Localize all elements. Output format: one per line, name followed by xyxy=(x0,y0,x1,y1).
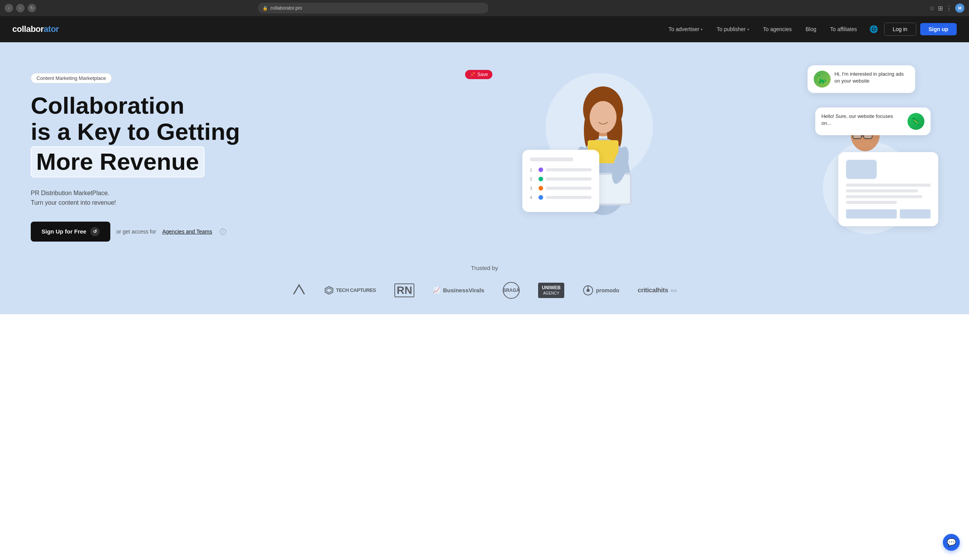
chevron-down-icon: ▾ xyxy=(701,27,703,32)
trusted-logos: TECH CAPTURES RN 📈 BusinessVirals BRAGÁ … xyxy=(31,282,938,299)
heading-box: More Revenue xyxy=(31,146,205,177)
list-dot-2 xyxy=(538,177,543,181)
star-button[interactable]: ☆ xyxy=(929,5,935,12)
hero-right: 🦕 Hi, I'm interested in placing ads on y… xyxy=(530,65,938,242)
list-dot-4 xyxy=(538,195,543,200)
svg-marker-24 xyxy=(327,288,331,292)
login-button[interactable]: Log in xyxy=(884,23,916,36)
list-card: 1 2 3 4 xyxy=(522,150,599,212)
hero-content: Content Marketing Marketplace 📌 Save Col… xyxy=(0,42,969,257)
address-bar[interactable]: 🔒 collaborator.pro xyxy=(258,3,488,13)
svg-point-4 xyxy=(589,101,616,133)
signup-free-button[interactable]: Sign Up for Free ↺ xyxy=(31,222,110,242)
logo-item-businessvirals: 📈 BusinessVirals xyxy=(433,286,484,294)
logo-item-criticalhits: criticalhits ○○ xyxy=(638,286,677,294)
chat-avatar-2: 🦎 xyxy=(907,113,924,130)
logo-accent: ator xyxy=(44,24,59,34)
agency-link[interactable]: Agencies and Teams xyxy=(162,229,212,235)
trusted-section: Trusted by TECH CAPTURES RN 📈 BusinessVi… xyxy=(0,257,969,314)
nav-to-agencies[interactable]: To agencies xyxy=(763,26,792,32)
logo-item-uniweb: UNIWEBAGENCY xyxy=(538,282,564,298)
hero-subtext: PR Distribution MarketPlace. Turn your c… xyxy=(31,188,530,208)
hero-section: Content Marketing Marketplace 📌 Save Col… xyxy=(0,42,969,314)
browser-chrome: ‹ › ↻ 🔒 collaborator.pro ☆ ⊞ ⋮ M xyxy=(0,0,969,16)
menu-button[interactable]: ⋮ xyxy=(946,5,952,12)
list-dot-3 xyxy=(538,186,543,191)
navbar: collaborator To advertiser ▾ To publishe… xyxy=(0,16,969,42)
signup-button[interactable]: Sign up xyxy=(920,23,957,35)
chat-bubble-1: 🦕 Hi, I'm interested in placing ads on y… xyxy=(808,65,915,93)
nav-to-publisher[interactable]: To publisher ▾ xyxy=(716,26,749,32)
nav-to-advertiser[interactable]: To advertiser ▾ xyxy=(668,26,703,32)
logo-item-rn: RN xyxy=(395,283,415,297)
chevron-down-icon: ▾ xyxy=(747,27,749,32)
list-item: 3 xyxy=(530,186,591,191)
logo-item-promodo: promodo xyxy=(583,285,619,296)
list-item: 1 xyxy=(530,168,591,172)
globe-icon[interactable]: 🌐 xyxy=(869,25,878,33)
nav-blog[interactable]: Blog xyxy=(806,26,816,32)
svg-point-26 xyxy=(586,289,589,292)
svg-marker-23 xyxy=(325,286,333,294)
arrow-icon: ↺ xyxy=(90,227,100,236)
list-card-header xyxy=(530,158,573,161)
hero-badge: Content Marketing Marketplace xyxy=(31,73,112,83)
pinterest-icon: 📌 xyxy=(470,72,476,77)
save-badge[interactable]: 📌 Save xyxy=(465,70,492,79)
avatar[interactable]: M xyxy=(955,3,964,13)
refresh-button[interactable]: ↻ xyxy=(28,4,36,12)
hero-cta-row: Sign Up for Free ↺ or get access for Age… xyxy=(31,222,530,242)
chat-avatar-1: 🦕 xyxy=(814,71,831,88)
content-card-lines xyxy=(846,184,931,204)
nav-to-affiliates[interactable]: To affiliates xyxy=(830,26,857,32)
chat-text-2: Hello! Sure, our website focuses on... xyxy=(821,113,904,127)
logo-item-techcaptures: TECH CAPTURES xyxy=(325,286,376,295)
lock-icon: 🔒 xyxy=(263,6,268,11)
hero-heading: Collaboration is a Key to Getting More R… xyxy=(31,93,530,178)
content-card xyxy=(838,152,938,226)
trusted-label: Trusted by xyxy=(31,265,938,271)
browser-actions: ☆ ⊞ ⋮ M xyxy=(929,3,964,13)
logo-item xyxy=(292,283,306,297)
content-card-buttons xyxy=(846,209,931,219)
forward-button[interactable]: › xyxy=(16,4,25,12)
url-text: collaborator.pro xyxy=(270,5,302,11)
extensions-button[interactable]: ⊞ xyxy=(938,5,943,12)
chat-bubble-2: Hello! Sure, our website focuses on... 🦎 xyxy=(815,108,931,135)
nav-links: To advertiser ▾ To publisher ▾ To agenci… xyxy=(668,26,857,32)
list-item: 2 xyxy=(530,177,591,181)
cta-or-text: or get access for xyxy=(117,229,157,235)
site-logo[interactable]: collaborator xyxy=(12,24,59,34)
list-dot-1 xyxy=(538,168,543,172)
back-button[interactable]: ‹ xyxy=(5,4,13,12)
list-item: 4 xyxy=(530,195,591,200)
chat-text-1: Hi, I'm interested in placing ads on you… xyxy=(834,71,909,85)
info-icon[interactable]: i xyxy=(220,229,226,235)
hero-left: Content Marketing Marketplace 📌 Save Col… xyxy=(31,65,530,242)
content-card-image xyxy=(846,160,877,179)
logo-item-braga: BRAGÁ xyxy=(503,282,519,299)
